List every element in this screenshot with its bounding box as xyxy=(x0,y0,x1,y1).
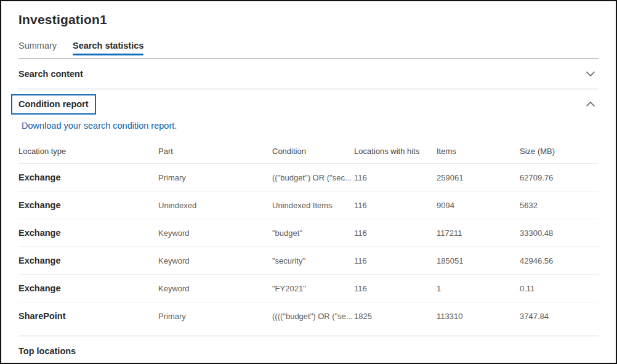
cell-locations-with-hits: 1825 xyxy=(354,302,437,330)
cell-part: Primary xyxy=(158,164,272,192)
cell-condition: (((("budget") OR ("se... xyxy=(272,302,354,330)
condition-report-focus-box: Condition report xyxy=(11,94,96,115)
condition-report-label: Condition report xyxy=(18,99,89,109)
cell-locations-with-hits: 116 xyxy=(354,192,437,219)
cell-condition: Unindexed Items xyxy=(272,192,354,219)
chevron-up-icon[interactable] xyxy=(583,96,599,112)
investigation-page: Investigation1 Summary Search statistics… xyxy=(1,1,616,363)
column-header-size-mb[interactable]: Size (MB) xyxy=(520,139,599,164)
cell-part: Keyword xyxy=(158,275,272,302)
column-header-location-type[interactable]: Location type xyxy=(18,139,158,164)
table-row[interactable]: SharePoint Primary (((("budget") OR ("se… xyxy=(18,302,599,330)
page-title: Investigation1 xyxy=(18,12,599,27)
tab-search-statistics[interactable]: Search statistics xyxy=(73,41,143,58)
cell-condition: "FY2021" xyxy=(272,275,354,302)
table-row[interactable]: Exchange Unindexed Unindexed Items 116 9… xyxy=(18,192,599,219)
condition-report-table: Location type Part Condition Locations w… xyxy=(18,139,599,330)
cell-items: 9094 xyxy=(437,192,520,219)
cell-condition: "budget" xyxy=(272,219,354,247)
cell-location-type: Exchange xyxy=(18,164,158,192)
cell-locations-with-hits: 116 xyxy=(354,219,437,247)
cell-part: Unindexed xyxy=(158,192,272,219)
cell-items: 259061 xyxy=(437,164,520,192)
table-row[interactable]: Exchange Keyword "security" 116 185051 4… xyxy=(18,247,599,275)
cell-size-mb: 3747.84 xyxy=(520,302,599,330)
cell-location-type: Exchange xyxy=(18,247,158,275)
cell-locations-with-hits: 116 xyxy=(354,164,437,192)
cell-size-mb: 62709.76 xyxy=(520,164,599,192)
column-header-items[interactable]: Items xyxy=(437,139,520,164)
section-condition-report[interactable]: Condition report xyxy=(18,89,599,119)
table-row[interactable]: Exchange Keyword "budget" 116 117211 333… xyxy=(18,219,599,247)
cell-location-type: SharePoint xyxy=(18,302,158,330)
cell-locations-with-hits: 116 xyxy=(354,275,437,302)
cell-size-mb: 0.11 xyxy=(520,275,599,302)
cell-condition: (("budget") OR ("sec... xyxy=(272,164,354,192)
table-row[interactable]: Exchange Keyword "FY2021" 116 1 0.11 xyxy=(18,275,599,302)
table-row[interactable]: Exchange Primary (("budget") OR ("sec...… xyxy=(18,164,599,192)
cell-size-mb: 42946.56 xyxy=(520,247,599,275)
section-top-locations[interactable]: Top locations xyxy=(18,336,599,364)
table-header-row: Location type Part Condition Locations w… xyxy=(18,139,599,164)
search-content-label: Search content xyxy=(18,69,83,79)
cell-part: Keyword xyxy=(158,247,272,275)
column-header-part[interactable]: Part xyxy=(158,139,272,164)
cell-location-type: Exchange xyxy=(18,192,158,219)
download-condition-report-link[interactable]: Download your search condition report. xyxy=(22,121,177,131)
top-locations-label: Top locations xyxy=(18,346,76,356)
cell-condition: "security" xyxy=(272,247,354,275)
cell-items: 117211 xyxy=(437,219,520,247)
column-header-locations-with-hits[interactable]: Locations with hits xyxy=(354,139,437,164)
cell-part: Primary xyxy=(158,302,272,330)
column-header-condition[interactable]: Condition xyxy=(272,139,354,164)
tab-summary[interactable]: Summary xyxy=(18,41,57,58)
cell-size-mb: 33300.48 xyxy=(520,219,599,247)
cell-items: 113310 xyxy=(437,302,520,330)
cell-size-mb: 5632 xyxy=(520,192,599,219)
section-search-content[interactable]: Search content xyxy=(18,59,599,89)
chevron-down-icon[interactable] xyxy=(583,66,599,82)
cell-location-type: Exchange xyxy=(18,219,158,247)
cell-items: 185051 xyxy=(437,247,520,275)
cell-part: Keyword xyxy=(158,219,272,247)
tab-bar: Summary Search statistics xyxy=(18,41,599,58)
cell-locations-with-hits: 116 xyxy=(354,247,437,275)
cell-items: 1 xyxy=(437,275,520,302)
cell-location-type: Exchange xyxy=(18,275,158,302)
